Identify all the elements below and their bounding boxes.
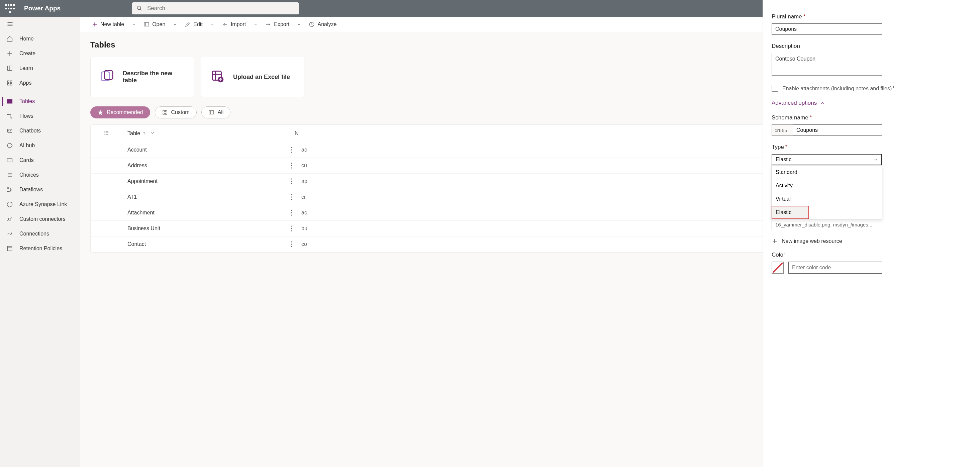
nav-label: Create xyxy=(19,51,35,57)
nav-home[interactable]: Home xyxy=(0,32,80,46)
row-more-button[interactable] xyxy=(288,163,295,169)
svg-rect-10 xyxy=(10,81,12,82)
advanced-label: Advanced options xyxy=(772,100,817,107)
type-select[interactable]: Elastic xyxy=(772,154,882,165)
new-table-button[interactable]: New table xyxy=(88,19,127,29)
nav-label: Connections xyxy=(19,231,49,237)
nav-retention[interactable]: Retention Policies xyxy=(0,241,80,256)
pill-all[interactable]: All xyxy=(201,107,231,118)
type-value: Elastic xyxy=(776,156,791,163)
pill-recommended[interactable]: Recommended xyxy=(90,107,150,118)
row-more-button[interactable] xyxy=(288,178,295,184)
color-swatch[interactable] xyxy=(772,261,784,274)
cell-table-name: Contact xyxy=(127,241,288,247)
import-icon xyxy=(222,21,228,27)
chevron-down-icon xyxy=(297,22,301,27)
svg-point-21 xyxy=(10,131,11,131)
svg-rect-12 xyxy=(10,84,12,85)
chevron-down-icon xyxy=(873,157,878,162)
nav-apps[interactable]: Apps xyxy=(0,76,80,90)
pill-custom[interactable]: Custom xyxy=(155,107,197,118)
app-title: Power Apps xyxy=(24,5,60,12)
advanced-options-toggle[interactable]: Advanced options xyxy=(772,100,980,107)
nav-label: Chatbots xyxy=(19,128,41,134)
nav-ai-hub[interactable]: AI hub xyxy=(0,138,80,153)
svg-point-76 xyxy=(291,228,292,229)
global-search[interactable] xyxy=(132,2,299,14)
new-table-panel: Plural name* Description Enable attachme… xyxy=(763,0,980,467)
row-more-button[interactable] xyxy=(288,194,295,200)
nav-cards[interactable]: Cards xyxy=(0,153,80,167)
type-option-virtual[interactable]: Virtual xyxy=(772,192,882,206)
schema-prefix: cr665_ xyxy=(772,124,793,136)
enable-attachments-checkbox[interactable]: Enable attachments (including notes and … xyxy=(772,85,980,92)
svg-point-60 xyxy=(291,147,292,148)
nav-label: Retention Policies xyxy=(19,245,62,252)
export-button[interactable]: Export xyxy=(262,19,293,29)
new-image-resource-button[interactable]: New image web resource xyxy=(772,238,980,244)
row-more-button[interactable] xyxy=(288,147,295,153)
nav-tables[interactable]: Tables xyxy=(0,94,80,109)
cell-table-name: Address xyxy=(127,163,288,169)
list-icon[interactable] xyxy=(103,130,109,137)
schema-name-input[interactable] xyxy=(793,124,882,136)
search-icon xyxy=(137,5,143,11)
nav-connections[interactable]: Connections xyxy=(0,226,80,241)
nav-chatbots[interactable]: Chatbots xyxy=(0,123,80,138)
svg-point-71 xyxy=(291,199,292,200)
nav-label: Dataflows xyxy=(19,186,43,193)
checkbox-box[interactable] xyxy=(772,85,778,92)
analyze-button[interactable]: Analyze xyxy=(305,19,340,29)
open-button[interactable]: Open xyxy=(140,19,169,29)
nav-flows[interactable]: Flows xyxy=(0,109,80,123)
cell-col2: bu xyxy=(301,225,342,231)
type-option-activity[interactable]: Activity xyxy=(772,179,882,192)
cell-table-name: Business Unit xyxy=(127,225,288,231)
waffle-icon[interactable] xyxy=(5,3,15,13)
col-name2-header[interactable]: N xyxy=(295,131,335,137)
card-icon xyxy=(6,157,13,164)
edit-button[interactable]: Edit xyxy=(181,19,206,29)
card-upload-excel[interactable]: Upload an Excel file xyxy=(201,57,304,97)
svg-point-77 xyxy=(291,230,292,231)
search-input[interactable] xyxy=(147,5,294,12)
svg-point-68 xyxy=(291,183,292,184)
description-input[interactable] xyxy=(772,53,882,76)
nav-custom-connectors[interactable]: Custom connectors xyxy=(0,212,80,226)
book-icon xyxy=(6,65,13,72)
card-describe-table[interactable]: Describe the new table xyxy=(90,57,194,97)
open-dropdown[interactable] xyxy=(170,22,180,27)
row-more-button[interactable] xyxy=(288,210,295,216)
svg-point-28 xyxy=(7,191,8,192)
export-dropdown[interactable] xyxy=(294,22,304,27)
color-input[interactable] xyxy=(788,261,882,274)
copilot-icon xyxy=(99,69,115,85)
nav-collapse-button[interactable] xyxy=(0,17,80,32)
svg-rect-49 xyxy=(165,113,167,115)
dataflow-icon xyxy=(6,186,13,193)
nav-dataflows[interactable]: Dataflows xyxy=(0,182,80,197)
cmd-label: Export xyxy=(274,21,289,27)
chatbot-icon xyxy=(6,128,13,134)
col-table-header[interactable]: Table xyxy=(127,131,288,137)
row-more-button[interactable] xyxy=(288,241,295,247)
chevron-down-icon[interactable] xyxy=(146,131,155,137)
type-option-elastic[interactable]: Elastic xyxy=(772,206,809,219)
nav-create[interactable]: Create xyxy=(0,46,80,61)
nav-choices[interactable]: Choices xyxy=(0,167,80,182)
row-more-button[interactable] xyxy=(288,225,295,231)
plural-name-input[interactable] xyxy=(772,24,882,35)
edit-dropdown[interactable] xyxy=(207,22,217,27)
nav-separator xyxy=(4,92,76,92)
svg-line-1 xyxy=(140,9,142,10)
cell-col2: ap xyxy=(301,178,342,184)
pill-label: Recommended xyxy=(107,109,143,115)
cell-table-name: Appointment xyxy=(127,178,288,184)
type-option-standard[interactable]: Standard xyxy=(772,166,882,179)
new-table-dropdown[interactable] xyxy=(129,22,139,27)
nav-synapse[interactable]: Azure Synapse Link xyxy=(0,197,80,212)
import-button[interactable]: Import xyxy=(219,19,249,29)
import-dropdown[interactable] xyxy=(251,22,261,27)
svg-point-80 xyxy=(291,246,292,247)
nav-learn[interactable]: Learn xyxy=(0,61,80,76)
